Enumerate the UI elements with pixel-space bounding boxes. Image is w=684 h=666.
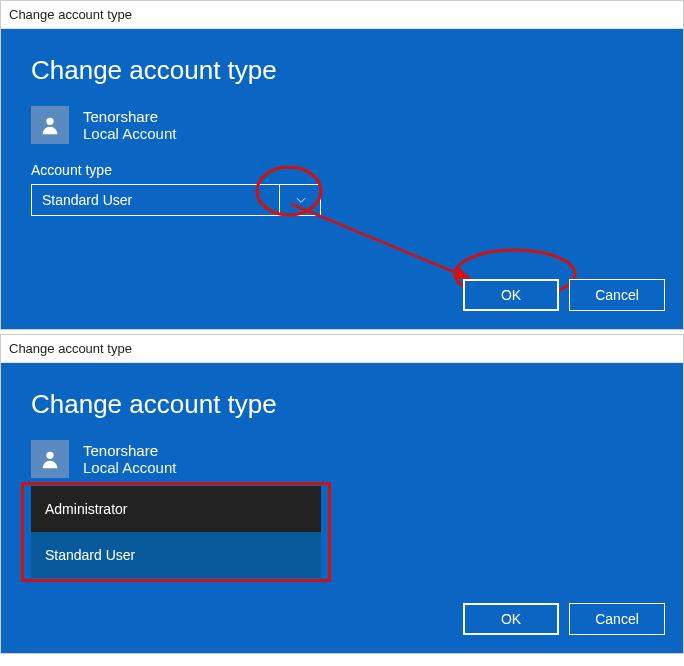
window-change-account-type-closed: Change account type Change account type …	[0, 0, 684, 330]
page-title: Change account type	[31, 389, 653, 420]
avatar	[31, 440, 69, 478]
cancel-button-label: Cancel	[595, 287, 639, 303]
button-row: OK Cancel	[463, 279, 665, 311]
annotation-box-dropdown	[21, 482, 331, 582]
ok-button-label: OK	[501, 611, 521, 627]
ok-button[interactable]: OK	[463, 279, 559, 311]
titlebar: Change account type	[1, 1, 683, 29]
account-type-label: Account type	[31, 162, 653, 178]
ok-button[interactable]: OK	[463, 603, 559, 635]
account-info: Tenorshare Local Account	[31, 440, 653, 478]
svg-point-5	[46, 452, 53, 459]
account-status: Local Account	[83, 459, 176, 476]
account-name: Tenorshare	[83, 442, 176, 459]
button-row: OK Cancel	[463, 603, 665, 635]
account-info: Tenorshare Local Account	[31, 106, 653, 144]
svg-point-0	[46, 118, 53, 125]
cancel-button[interactable]: Cancel	[569, 603, 665, 635]
ok-button-label: OK	[501, 287, 521, 303]
cancel-button[interactable]: Cancel	[569, 279, 665, 311]
page-title: Change account type	[31, 55, 653, 86]
user-icon	[39, 114, 61, 136]
panel: Change account type Tenorshare Local Acc…	[1, 363, 683, 653]
account-text: Tenorshare Local Account	[83, 442, 176, 476]
account-name: Tenorshare	[83, 108, 176, 125]
titlebar-text: Change account type	[9, 341, 132, 356]
svg-marker-3	[455, 267, 471, 279]
user-icon	[39, 448, 61, 470]
account-status: Local Account	[83, 125, 176, 142]
titlebar: Change account type	[1, 335, 683, 363]
panel: Change account type Tenorshare Local Acc…	[1, 29, 683, 329]
avatar	[31, 106, 69, 144]
cancel-button-label: Cancel	[595, 611, 639, 627]
account-type-select[interactable]: Standard User	[31, 184, 321, 216]
select-arrow-button[interactable]	[279, 184, 321, 216]
account-text: Tenorshare Local Account	[83, 108, 176, 142]
account-type-value: Standard User	[42, 192, 132, 208]
titlebar-text: Change account type	[9, 7, 132, 22]
window-change-account-type-open: Change account type Change account type …	[0, 334, 684, 654]
chevron-down-icon	[294, 193, 308, 207]
